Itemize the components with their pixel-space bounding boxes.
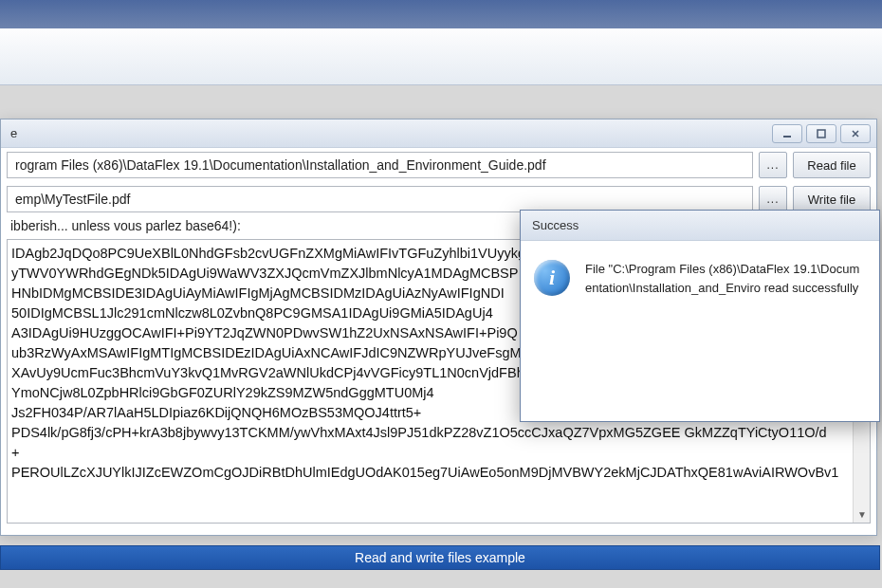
maximize-icon [816,128,827,139]
outer-window-titlebar [0,0,882,28]
close-icon [850,128,861,139]
dialog-body: i File "C:\Program Files (x86)\DataFlex … [521,241,879,316]
dialog-message: File "C:\Program Files (x86)\DataFlex 19… [585,260,866,297]
read-path-row: ... Read file [1,148,876,182]
write-browse-button[interactable]: ... [759,186,787,212]
outer-window-toolbar [0,28,882,85]
write-path-input[interactable] [7,186,753,212]
info-icon: i [534,260,570,296]
status-text: Read and write files example [355,550,525,565]
read-file-button[interactable]: Read file [793,152,871,178]
svg-rect-0 [783,136,791,138]
close-button[interactable] [840,124,871,143]
minimize-icon [781,128,793,139]
minimize-button[interactable] [772,124,802,143]
main-title-text: e [10,126,17,140]
status-bar: Read and write files example [0,545,880,570]
main-titlebar[interactable]: e [1,119,876,148]
svg-rect-1 [818,130,825,138]
window-control-group [772,124,871,143]
read-path-input[interactable] [7,152,753,178]
write-file-button[interactable]: Write file [793,186,871,212]
maximize-button[interactable] [806,124,836,143]
success-dialog: Success i File "C:\Program Files (x86)\D… [520,210,880,422]
dialog-title-text: Success [532,218,579,232]
scroll-down-button[interactable]: ▼ [854,505,871,523]
read-browse-button[interactable]: ... [759,152,787,178]
dialog-titlebar[interactable]: Success [521,211,879,241]
